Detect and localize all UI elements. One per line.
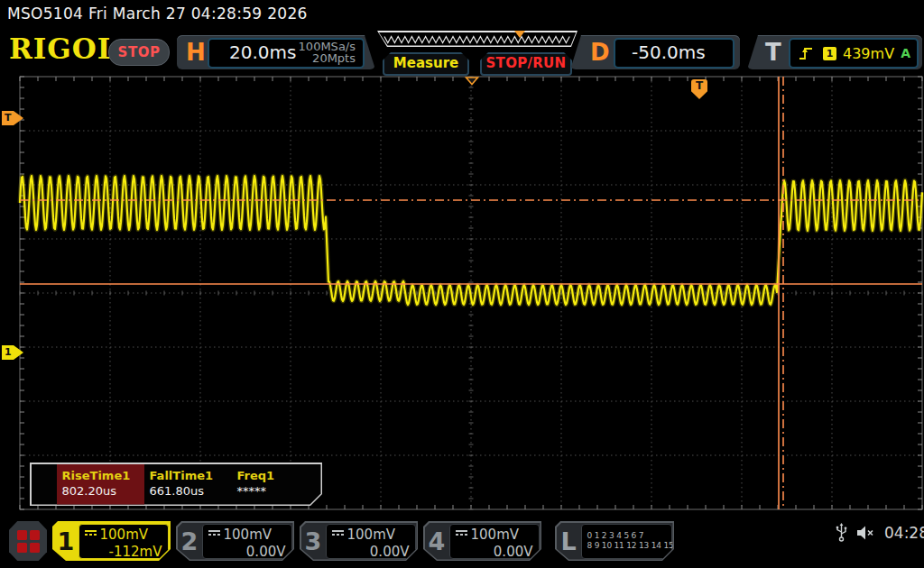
delay-value: -50.0ms bbox=[632, 41, 706, 63]
measurement-panel[interactable]: RiseTime1802.20usFallTime1661.80usFreq1*… bbox=[30, 463, 322, 506]
memory-depth: 20Mpts bbox=[299, 52, 356, 64]
channel-bar: 1100mV-112mV2100mV0.00V3100mV0.00V4100mV… bbox=[52, 521, 541, 561]
channel-readout: 100mV-112mV bbox=[79, 524, 169, 559]
logic-row-1: 0 1 2 3 4 5 6 7 bbox=[587, 531, 666, 541]
measurement-item-Freq1[interactable]: Freq1***** bbox=[232, 464, 319, 505]
trigger-mode: A bbox=[901, 46, 910, 60]
dc-coupling-icon bbox=[85, 530, 97, 539]
measurement-label: FallTime1 bbox=[150, 469, 232, 482]
channel-body: 3100mV0.00V bbox=[301, 523, 417, 560]
status-icons: 04:28 bbox=[835, 523, 924, 543]
channel-number: 4 bbox=[425, 523, 449, 560]
acquisition-info: 100MSa/s 20Mpts bbox=[299, 41, 356, 64]
channel-offset: 0.00V bbox=[456, 544, 533, 560]
model-and-datetime: MSO5104 Fri March 27 04:28:59 2026 bbox=[7, 5, 308, 23]
dc-coupling-icon bbox=[208, 530, 220, 539]
toolbar: RIGOL STOP H 20.0ms 100MSa/s 20Mpts Meas… bbox=[0, 29, 924, 72]
measurement-panel-body: RiseTime1802.20usFallTime1661.80usFreq1*… bbox=[32, 464, 321, 505]
oscilloscope-screen: T 1 T RiseTime1802.20usFallTime1661.80us… bbox=[0, 0, 924, 568]
measurement-item-FallTime1[interactable]: FallTime1661.80us bbox=[144, 464, 232, 505]
measurement-value: 661.80us bbox=[150, 484, 232, 498]
channel-readout: 100mV0.00V bbox=[449, 524, 540, 559]
screen-center-marker-icon[interactable] bbox=[465, 77, 479, 86]
channel-scale: 100mV bbox=[100, 527, 149, 543]
timebase-value: 20.0ms bbox=[229, 41, 296, 63]
trigger-level-value: 439mV bbox=[843, 45, 894, 62]
usb-icon bbox=[835, 523, 848, 543]
measurement-label: Freq1 bbox=[237, 469, 319, 482]
horizontal-label: H bbox=[186, 39, 206, 66]
channel-box-1[interactable]: 1100mV-112mV bbox=[52, 521, 171, 561]
measure-button[interactable]: Measure bbox=[383, 52, 469, 76]
channel-scale: 100mV bbox=[347, 527, 396, 543]
overview-position-marker-icon[interactable] bbox=[514, 31, 525, 38]
channel-offset: -112mV bbox=[85, 544, 162, 560]
dc-coupling-icon bbox=[332, 530, 344, 539]
horizontal-settings-button[interactable]: H 20.0ms 100MSa/s 20Mpts bbox=[177, 35, 375, 69]
logic-channels-box[interactable]: L 0 1 2 3 4 5 6 7 8 9 10 11 12 13 14 15 bbox=[555, 521, 674, 561]
channel-box-3[interactable]: 3100mV0.00V bbox=[300, 521, 418, 561]
trigger-label: T bbox=[765, 39, 781, 66]
channel-body: 1100mV-112mV bbox=[54, 523, 170, 560]
delay-settings-button[interactable]: D -50.0ms bbox=[570, 35, 740, 69]
overview-zigzag-icon bbox=[379, 32, 577, 46]
channel-number: 3 bbox=[301, 523, 326, 560]
delay-readout: -50.0ms bbox=[614, 38, 735, 69]
waveform-overview-body bbox=[379, 32, 577, 46]
bottom-bar: 1100mV-112mV2100mV0.00V3100mV0.00V4100mV… bbox=[0, 516, 924, 568]
measurement-value: 802.20us bbox=[62, 484, 144, 498]
trigger-source-badge: 1 bbox=[823, 47, 836, 60]
channel-body: 2100mV0.00V bbox=[178, 523, 293, 560]
channel-offset: 0.00V bbox=[208, 544, 286, 560]
channel-scale: 100mV bbox=[224, 527, 273, 543]
toolbar-center: Measure STOP/RUN bbox=[377, 31, 578, 72]
channel-number: 1 bbox=[54, 523, 79, 560]
run-state-badge: STOP bbox=[108, 39, 170, 66]
channel-number: 2 bbox=[178, 523, 202, 560]
channel-box-4[interactable]: 4100mV0.00V bbox=[423, 521, 541, 561]
rigol-logo: RIGOL bbox=[9, 32, 118, 65]
measurement-value: ***** bbox=[237, 484, 319, 498]
horizontal-readout: 20.0ms 100MSa/s 20Mpts bbox=[208, 38, 365, 69]
channel-box-2[interactable]: 2100mV0.00V bbox=[176, 521, 294, 561]
channel-offset: 0.00V bbox=[332, 544, 410, 560]
grid-squares-icon bbox=[17, 530, 39, 552]
title-bar: MSO5104 Fri March 27 04:28:59 2026 bbox=[0, 0, 924, 29]
logic-inset: 0 1 2 3 4 5 6 7 8 9 10 11 12 13 14 15 bbox=[581, 524, 672, 559]
channel-readout: 100mV0.00V bbox=[202, 524, 292, 559]
channel-scale: 100mV bbox=[471, 527, 520, 543]
measurement-label: RiseTime1 bbox=[62, 469, 144, 482]
waveform-overview-bar[interactable] bbox=[377, 31, 578, 47]
speaker-muted-icon bbox=[855, 525, 877, 541]
logic-label: L bbox=[557, 523, 581, 560]
clock: 04:28 bbox=[884, 524, 924, 542]
delay-label: D bbox=[590, 39, 610, 66]
logic-channels-body: L 0 1 2 3 4 5 6 7 8 9 10 11 12 13 14 15 bbox=[557, 523, 673, 560]
menu-button[interactable] bbox=[9, 521, 47, 561]
measurement-item-RiseTime1[interactable]: RiseTime1802.20us bbox=[57, 464, 144, 505]
channel-body: 4100mV0.00V bbox=[425, 523, 541, 560]
trigger-settings-button[interactable]: T 1 439mV A bbox=[747, 35, 922, 69]
logic-row-2: 8 9 10 11 12 13 14 15 bbox=[587, 541, 666, 551]
trigger-readout: 1 439mV A bbox=[789, 38, 919, 69]
trigger-slope-icon bbox=[798, 44, 816, 62]
dc-coupling-icon bbox=[456, 530, 467, 539]
stop-run-button[interactable]: STOP/RUN bbox=[480, 52, 572, 76]
channel-readout: 100mV0.00V bbox=[326, 524, 416, 559]
